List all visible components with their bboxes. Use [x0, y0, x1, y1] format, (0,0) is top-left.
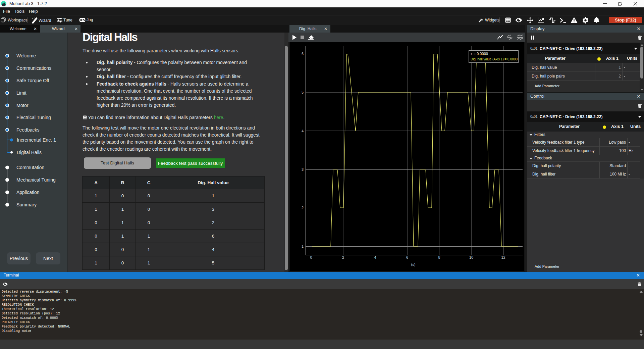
svg-text:2: 2 [302, 206, 304, 210]
svg-text:6: 6 [406, 255, 408, 259]
svg-text:6: 6 [302, 52, 304, 56]
svg-text:Dig. hall value (Axis 1) = 0.0: Dig. hall value (Axis 1) = 0.0000 [471, 57, 518, 61]
svg-text:3: 3 [302, 167, 304, 171]
svg-text:0: 0 [310, 255, 312, 259]
svg-text:4: 4 [302, 129, 304, 133]
svg-text:8: 8 [438, 255, 440, 259]
svg-text:2: 2 [342, 255, 344, 259]
svg-text:4: 4 [374, 255, 376, 259]
svg-text:10: 10 [469, 255, 473, 259]
svg-text:12: 12 [501, 255, 505, 259]
svg-text:5: 5 [302, 90, 304, 94]
svg-text:x = 0.0000: x = 0.0000 [471, 52, 488, 56]
svg-text:1: 1 [302, 244, 304, 248]
svg-text:(s): (s) [411, 262, 416, 266]
